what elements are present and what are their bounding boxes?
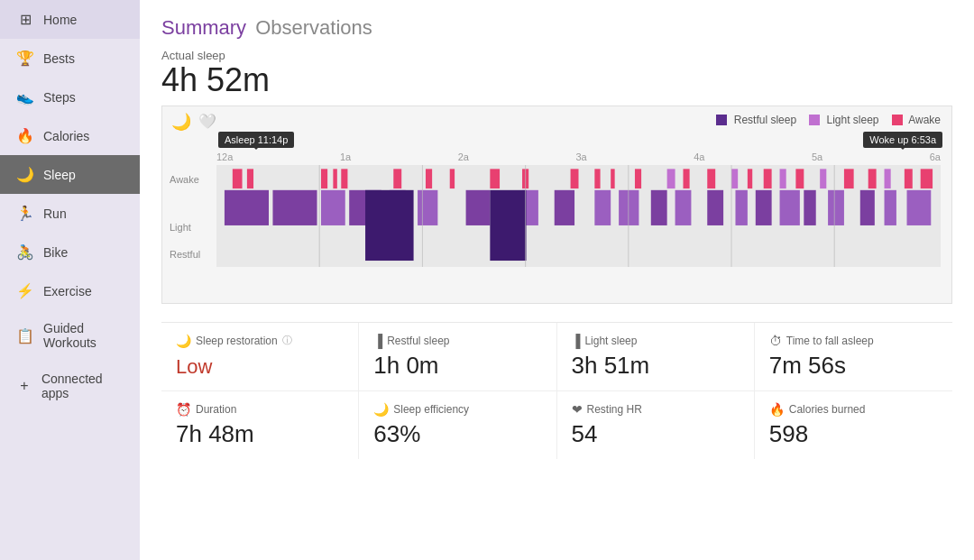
sidebar-item-home[interactable]: ⊞Home xyxy=(0,0,140,39)
tab-observations[interactable]: Observations xyxy=(255,16,372,40)
legend-restful-dot xyxy=(716,115,727,125)
stat-label-sleep-restoration: Sleep restoration xyxy=(196,335,278,347)
svg-rect-1 xyxy=(247,169,253,188)
sidebar-item-steps[interactable]: 👟Steps xyxy=(0,78,140,116)
svg-rect-40 xyxy=(675,189,692,225)
sidebar-item-guided-workouts[interactable]: 📋Guided Workouts xyxy=(0,310,140,361)
svg-rect-29 xyxy=(272,189,317,225)
stat-label-resting-hr: Resting HR xyxy=(587,403,642,416)
svg-rect-13 xyxy=(635,169,641,188)
stat-label-restful-sleep: Restful sleep xyxy=(387,335,449,347)
sleep-header: Actual sleep 4h 52m xyxy=(161,49,952,98)
calories-icon: 🔥 xyxy=(16,127,34,144)
time-tick-5a: 5a xyxy=(812,151,822,162)
sleep-chart-svg xyxy=(216,165,941,267)
svg-rect-33 xyxy=(418,189,437,225)
sidebar-item-label-sleep: Sleep xyxy=(43,168,76,182)
svg-rect-41 xyxy=(707,189,723,225)
svg-rect-23 xyxy=(844,169,854,188)
stat-label-row-sleep-efficiency: 🌙Sleep efficiency xyxy=(373,402,541,417)
stat-value-light-sleep: 3h 51m xyxy=(572,352,740,380)
sidebar-item-exercise[interactable]: ⚡Exercise xyxy=(0,271,140,310)
stat-calories-burned: 🔥Calories burned598 xyxy=(755,391,952,459)
stat-light-sleep: ▐Light sleep3h 51m xyxy=(557,323,755,390)
legend-awake-label: Awake xyxy=(908,114,941,126)
svg-rect-8 xyxy=(490,169,500,188)
sidebar-item-label-run: Run xyxy=(43,207,67,221)
stat-label-time-to-fall-asleep: Time to fall asleep xyxy=(786,335,874,347)
stat-label-row-light-sleep: ▐Light sleep xyxy=(572,334,740,348)
stats-row-1: 🌙Sleep restorationⓘLow▐Restful sleep1h 0… xyxy=(161,322,952,390)
time-tick-12a: 12a xyxy=(216,151,233,162)
actual-sleep-value: 4h 52m xyxy=(161,62,952,98)
sidebar-item-label-home: Home xyxy=(43,13,77,27)
stat-duration: ⏰Duration7h 48m xyxy=(161,391,359,459)
svg-rect-28 xyxy=(225,189,269,225)
svg-rect-3 xyxy=(333,169,336,188)
time-tick-1a: 1a xyxy=(340,151,351,162)
stats-row-2: ⏰Duration7h 48m🌙Sleep efficiency63%❤Rest… xyxy=(161,390,952,459)
sidebar-item-label-bests: Bests xyxy=(43,51,75,66)
stat-label-row-resting-hr: ❤Resting HR xyxy=(572,402,740,417)
svg-rect-27 xyxy=(921,169,933,188)
svg-rect-18 xyxy=(748,169,752,188)
chart-icons: 🌙 🤍 xyxy=(171,112,216,132)
stat-label-row-sleep-restoration: 🌙Sleep restorationⓘ xyxy=(176,334,344,348)
svg-rect-44 xyxy=(780,189,800,225)
stat-value-restful-sleep: 1h 0m xyxy=(373,352,541,380)
stat-label-calories-burned: Calories burned xyxy=(789,403,866,416)
svg-rect-25 xyxy=(885,169,891,188)
y-awake-label: Awake xyxy=(170,174,199,185)
sidebar-item-label-guided-workouts: Guided Workouts xyxy=(43,321,124,350)
svg-rect-22 xyxy=(820,169,826,188)
svg-rect-5 xyxy=(393,169,401,188)
time-tick-2a: 2a xyxy=(458,151,469,162)
svg-rect-2 xyxy=(321,169,327,188)
actual-sleep-label: Actual sleep xyxy=(161,49,952,62)
sidebar-item-bike[interactable]: 🚴Bike xyxy=(0,233,140,271)
svg-rect-34 xyxy=(466,189,491,225)
time-axis: 12a1a2a3a4a5a6a xyxy=(216,151,941,162)
svg-rect-45 xyxy=(804,189,815,225)
svg-rect-15 xyxy=(683,169,689,188)
stat-value-sleep-efficiency: 63% xyxy=(373,420,541,448)
legend-awake: Awake xyxy=(892,114,941,126)
home-icon: ⊞ xyxy=(16,11,34,28)
svg-rect-19 xyxy=(764,169,772,188)
steps-icon: 👟 xyxy=(16,88,34,106)
chart-legend: Restful sleep Light sleep Awake xyxy=(716,114,941,126)
sidebar-item-sleep[interactable]: 🌙Sleep xyxy=(0,155,140,194)
sidebar-item-run[interactable]: 🏃Run xyxy=(0,194,140,233)
svg-rect-49 xyxy=(907,189,932,225)
woke-label: Woke up 6:53a xyxy=(863,132,942,148)
y-light-label: Light xyxy=(170,222,191,233)
svg-rect-10 xyxy=(571,169,579,188)
moon-icon[interactable]: 🌙 xyxy=(171,112,191,132)
svg-rect-50 xyxy=(365,189,414,260)
header-tabs: Summary Observations xyxy=(161,16,952,40)
stat-label-sleep-efficiency: Sleep efficiency xyxy=(393,403,469,416)
bests-icon: 🏆 xyxy=(16,50,34,67)
svg-rect-21 xyxy=(795,169,804,188)
sleep-chart: 🌙 🤍 Restful sleep Light sleep Awake Asle… xyxy=(161,106,952,304)
tab-summary[interactable]: Summary xyxy=(161,16,246,40)
sidebar-item-connected-apps[interactable]: +Connected apps xyxy=(0,361,140,411)
svg-rect-20 xyxy=(780,169,786,188)
duration-icon: ⏰ xyxy=(176,402,191,417)
sidebar-item-label-steps: Steps xyxy=(43,90,76,105)
svg-rect-4 xyxy=(341,169,347,188)
svg-rect-48 xyxy=(885,189,896,225)
stat-resting-hr: ❤Resting HR54 xyxy=(557,391,755,459)
stat-value-calories-burned: 598 xyxy=(769,420,938,448)
sidebar-item-label-calories: Calories xyxy=(43,129,89,143)
stat-label-light-sleep: Light sleep xyxy=(584,335,637,347)
legend-restful: Restful sleep xyxy=(716,114,796,126)
light-sleep-icon: ▐ xyxy=(572,334,581,348)
heart-icon[interactable]: 🤍 xyxy=(198,113,216,130)
asleep-label: Asleep 11:14p xyxy=(218,132,294,148)
svg-rect-51 xyxy=(490,189,526,260)
sidebar-item-label-bike: Bike xyxy=(43,245,68,260)
sidebar-item-bests[interactable]: 🏆Bests xyxy=(0,39,140,78)
sidebar: ⊞Home🏆Bests👟Steps🔥Calories🌙Sleep🏃Run🚴Bik… xyxy=(0,0,140,560)
sidebar-item-calories[interactable]: 🔥Calories xyxy=(0,116,140,155)
